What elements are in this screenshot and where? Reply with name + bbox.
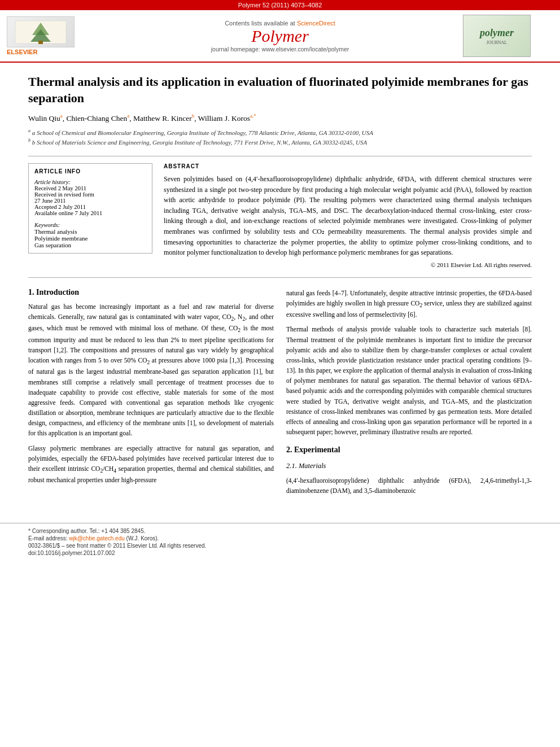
elsevier-logo: ELSEVIER xyxy=(7,16,97,55)
accepted-date: Accepted 2 July 2011 xyxy=(34,204,146,210)
received-date: Received 2 May 2011 xyxy=(34,185,146,191)
sciencedirect-link: ScienceDirect xyxy=(297,20,335,27)
intro-para-1: Natural gas has become increasingly impo… xyxy=(28,302,274,439)
affil-b: b xyxy=(192,113,195,119)
journal-header-center: Contents lists available at ScienceDirec… xyxy=(97,20,463,53)
body-col-right: natural gas feeds [4–7]. Unfortunately, … xyxy=(286,288,532,501)
polymer-logo: polymer JOURNAL xyxy=(463,15,531,57)
main-content: Thermal analysis and its application in … xyxy=(0,63,560,512)
copyright-line: © 2011 Elsevier Ltd. All rights reserved… xyxy=(164,261,532,268)
article-info-abstract: ARTICLE INFO Article history: Received 2… xyxy=(28,163,532,268)
page-footer: * Corresponding author. Tel.: +1 404 385… xyxy=(0,523,560,562)
body-divider xyxy=(28,277,532,278)
keyword-1: Thermal analysis xyxy=(34,228,146,235)
issn-line: 0032-3861/$ – see front matter © 2011 El… xyxy=(28,543,532,549)
available-date: Available online 7 July 2011 xyxy=(34,210,146,216)
affiliations: a a School of Chemical and Biomolecular … xyxy=(28,128,532,147)
materials-subtitle: 2.1. Materials xyxy=(286,461,532,472)
polymer-logo-text: polymer xyxy=(480,27,514,39)
journal-homepage: journal homepage: www.elsevier.com/locat… xyxy=(97,46,463,53)
email-address: wjk@chbe.gatech.edu xyxy=(69,535,125,541)
revised-label: Received in revised form xyxy=(34,191,146,198)
keyword-2: Polyimide membrane xyxy=(34,235,146,242)
intro-title: 1. Introduction xyxy=(28,288,274,297)
affil-a1: a xyxy=(60,113,63,119)
revised-date: 27 June 2011 xyxy=(34,198,146,204)
article-info-box: ARTICLE INFO Article history: Received 2… xyxy=(28,163,152,254)
elsevier-image xyxy=(7,16,75,47)
authors-line: Wulin Qiua, Chien-Chiang Chena, Matthew … xyxy=(28,113,532,123)
keywords-section: Keywords: Thermal analysis Polyimide mem… xyxy=(34,222,146,248)
intro-para-3: natural gas feeds [4–7]. Unfortunately, … xyxy=(286,288,532,320)
abstract-label: ABSTRACT xyxy=(164,163,532,169)
author-koros: William J. Koros xyxy=(198,114,250,123)
materials-para-1: (4,4′-hexafluoroisopropylidene) diphthal… xyxy=(286,475,532,496)
abstract-col: ABSTRACT Seven polyimides based on (4,4′… xyxy=(164,163,532,268)
history-label: Article history: xyxy=(34,179,146,185)
intro-body: Natural gas has become increasingly impo… xyxy=(28,302,274,486)
banner-text: Polymer 52 (2011) 4073–4082 xyxy=(238,2,322,8)
intro-para-2: Glassy polymeric membranes are especiall… xyxy=(28,443,274,486)
affil-1: a a School of Chemical and Biomolecular … xyxy=(28,128,532,137)
email-line: E-mail address: wjk@chbe.gatech.edu (W.J… xyxy=(28,535,532,541)
doi-line: doi:10.1016/j.polymer.2011.07.002 xyxy=(28,550,532,556)
svg-rect-3 xyxy=(38,41,43,44)
keywords-label: Keywords: xyxy=(34,222,146,228)
sciencedirect-prefix: Contents lists available at xyxy=(225,20,297,27)
affil-a2: a xyxy=(127,113,129,119)
journal-banner: Polymer 52 (2011) 4073–4082 xyxy=(0,0,560,10)
polymer-logo-sub: JOURNAL xyxy=(487,40,507,45)
header-divider xyxy=(28,156,532,156)
author-qiu: Wulin Qiu xyxy=(28,114,60,123)
body-col-left: 1. Introduction Natural gas has become i… xyxy=(28,288,274,501)
elsevier-label: ELSEVIER xyxy=(7,49,37,55)
author-kincer: Matthew R. Kincer xyxy=(133,114,192,123)
intro-body-right: natural gas feeds [4–7]. Unfortunately, … xyxy=(286,288,532,496)
affil-2: b b School of Materials Science and Engi… xyxy=(28,137,532,147)
article-history: Article history: Received 2 May 2011 Rec… xyxy=(34,179,146,216)
intro-para-4: Thermal methods of analysis provide valu… xyxy=(286,324,532,437)
sciencedirect-line: Contents lists available at ScienceDirec… xyxy=(97,20,463,27)
body-content: 1. Introduction Natural gas has become i… xyxy=(28,288,532,501)
author-chen: Chien-Chiang Chen xyxy=(67,114,128,123)
abstract-text: Seven polyimides based on (4,4′-hexafluo… xyxy=(164,174,532,258)
corresponding-author: * Corresponding author. Tel.: +1 404 385… xyxy=(28,528,532,534)
polymer-logo-container: polymer JOURNAL xyxy=(463,15,553,57)
elsevier-branding: ELSEVIER xyxy=(7,16,97,55)
journal-header: ELSEVIER Contents lists available at Sci… xyxy=(0,10,560,63)
affil-a3: a,* xyxy=(250,113,256,119)
journal-title: Polymer xyxy=(97,28,463,45)
experimental-title: 2. Experimental xyxy=(286,444,532,456)
article-title: Thermal analysis and its application in … xyxy=(28,74,532,106)
article-info-col: ARTICLE INFO Article history: Received 2… xyxy=(28,163,152,268)
keyword-3: Gas separation xyxy=(34,242,146,248)
article-info-label: ARTICLE INFO xyxy=(34,168,146,174)
